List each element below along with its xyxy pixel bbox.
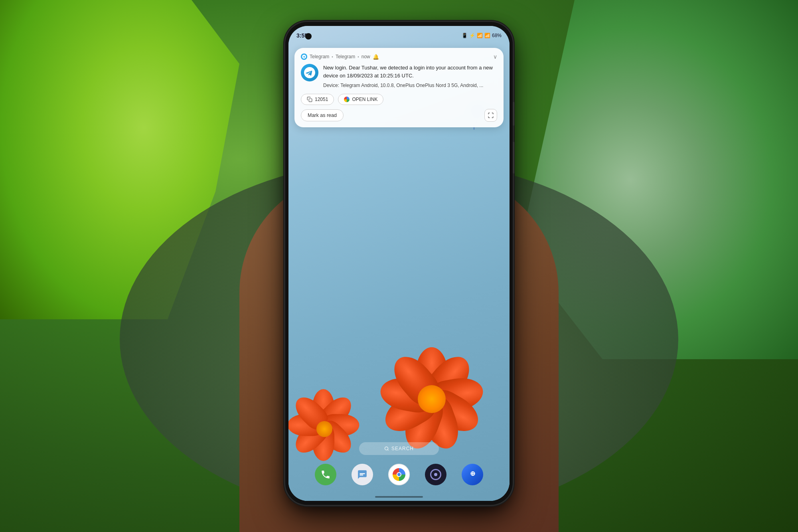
flower-petals [388,355,476,443]
notification-card: Telegram • Telegram • now 🔔 ∨ New login.… [294,48,504,127]
svg-point-1 [385,447,388,450]
oneplus-icon: ⊕ [467,469,478,480]
notif-chevron-icon[interactable]: ∨ [493,53,497,60]
copy-icon [307,97,312,102]
notif-time: now [361,54,370,59]
google-icon [344,97,350,102]
dot-app-icon [430,469,441,480]
dock-messages-app[interactable] [352,464,373,485]
telegram-small-icon [301,53,307,60]
svg-rect-0 [309,99,312,102]
dock-dot-app[interactable] [425,464,446,485]
copy-code-button[interactable]: 12051 [301,94,334,105]
notif-app-name: Telegram [310,54,329,59]
power-button[interactable] [513,142,514,174]
notif-header-left: Telegram • Telegram • now 🔔 [301,53,379,60]
phone-screen: 3:55 📳 ⚡ 📶 📶 68% Telegram • [288,26,510,501]
search-label: SEARCH [391,446,414,451]
bluetooth-icon: ⚡ [469,33,475,38]
notification-header: Telegram • Telegram • now 🔔 ∨ [301,53,497,60]
notification-body: New login. Dear Tushar, we detected a lo… [301,64,497,89]
chrome-icon [393,468,405,481]
search-icon [384,446,389,451]
home-indicator[interactable] [375,496,423,498]
mark-as-read-button[interactable]: Mark as read [301,109,344,121]
expand-button[interactable] [484,109,497,122]
open-link-label: OPEN LINK [352,97,377,102]
messages-icon [357,469,367,480]
volume-button[interactable] [513,102,514,126]
search-bar[interactable]: SEARCH [359,442,439,455]
dock-chrome-app[interactable] [388,464,410,485]
phone-icon [320,469,331,480]
copy-code-label: 12051 [315,97,328,102]
open-link-button[interactable]: OPEN LINK [338,94,383,105]
dock-oneplus-app[interactable]: ⊕ [462,464,483,485]
notification-text: New login. Dear Tushar, we detected a lo… [323,64,497,89]
status-bar: 3:55 📳 ⚡ 📶 📶 68% [288,26,510,45]
notification-subtitle: Device: Telegram Android, 10.0.8, OnePlu… [323,82,497,89]
expand-icon [488,112,494,119]
flower-center-small [316,421,332,437]
app-dock: ⊕ [307,460,491,489]
svg-text:⊕: ⊕ [470,470,475,477]
camera-hole [305,33,312,40]
battery-level: 68% [492,33,502,38]
notif-separator2: • [358,55,359,59]
telegram-avatar [301,64,318,81]
notif-separator: • [332,55,333,59]
dock-phone-app[interactable] [315,464,336,485]
notification-bottom-actions: Mark as read [301,109,497,122]
vibrate-icon: 📳 [462,33,468,38]
status-icons: 📳 ⚡ 📶 📶 68% [462,33,502,38]
phone-frame: 3:55 📳 ⚡ 📶 📶 68% Telegram • [285,22,513,505]
notif-bell-icon: 🔔 [373,54,379,60]
flower-center [418,385,446,413]
notification-actions: 12051 OPEN LINK [301,94,497,105]
wifi-icon: 📶 [477,33,483,38]
notification-title: New login. Dear Tushar, we detected a lo… [323,64,497,79]
signal-icon: 📶 [484,33,490,38]
notif-channel: Telegram [336,54,355,59]
